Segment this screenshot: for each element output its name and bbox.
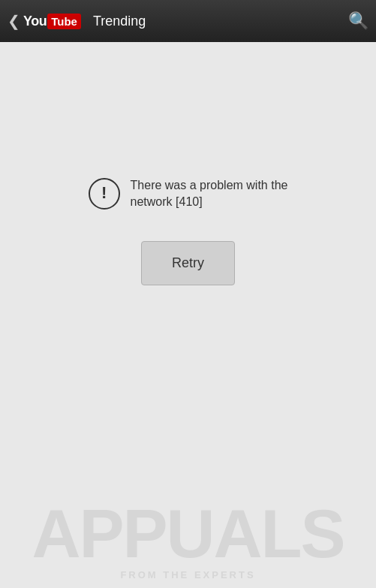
error-message-line2: network [410] xyxy=(131,195,203,208)
youtube-logo: You Tube xyxy=(23,14,81,29)
app-header: ❮ You Tube Trending 🔍 xyxy=(0,0,376,42)
main-content: ! There was a problem with the network [… xyxy=(0,42,376,588)
back-arrow-icon[interactable]: ❮ xyxy=(8,12,20,30)
error-message-container: ! There was a problem with the network [… xyxy=(74,177,303,211)
error-icon-circle: ! xyxy=(89,178,120,210)
search-icon[interactable]: 🔍 xyxy=(348,11,368,31)
error-text: There was a problem with the network [41… xyxy=(131,177,288,211)
exclamation-icon: ! xyxy=(101,185,107,201)
youtube-you-text: You xyxy=(23,14,47,29)
error-message-line1: There was a problem with the xyxy=(131,179,288,191)
youtube-tube-text: Tube xyxy=(47,14,81,29)
watermark: APPUALS FROM THE EXPERTS xyxy=(0,438,376,588)
watermark-sub: FROM THE EXPERTS xyxy=(120,569,255,580)
page-title: Trending xyxy=(93,14,348,29)
watermark-logo: APPUALS xyxy=(32,500,344,568)
retry-button[interactable]: Retry xyxy=(141,241,235,285)
